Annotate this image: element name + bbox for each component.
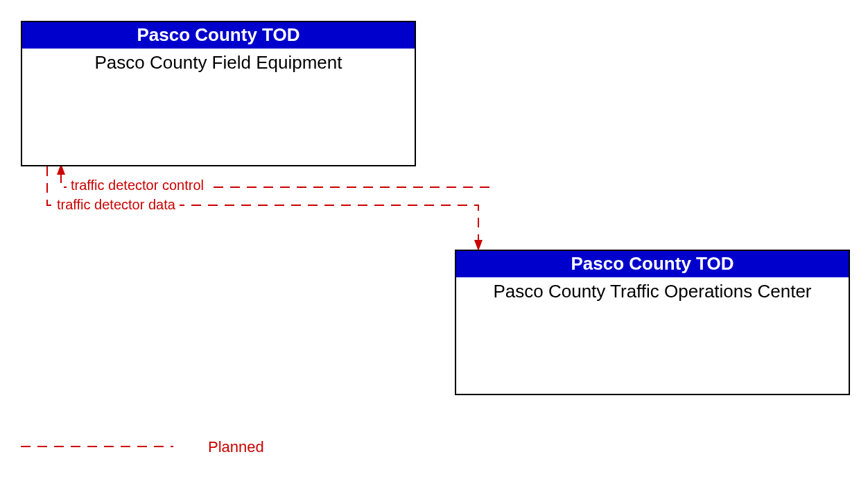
node-traffic-ops-center: Pasco County TOD Pasco County Traffic Op… <box>455 250 850 395</box>
legend-label-planned: Planned <box>208 438 264 456</box>
flow-label-data: traffic detector data <box>53 197 180 213</box>
node-traffic-ops-center-header: Pasco County TOD <box>456 251 849 277</box>
node-field-equipment-body: Pasco County Field Equipment <box>22 49 415 78</box>
flow-label-control: traffic detector control <box>67 177 208 193</box>
node-field-equipment: Pasco County TOD Pasco County Field Equi… <box>21 21 416 166</box>
node-traffic-ops-center-body: Pasco County Traffic Operations Center <box>456 277 849 306</box>
node-field-equipment-header: Pasco County TOD <box>22 22 415 49</box>
